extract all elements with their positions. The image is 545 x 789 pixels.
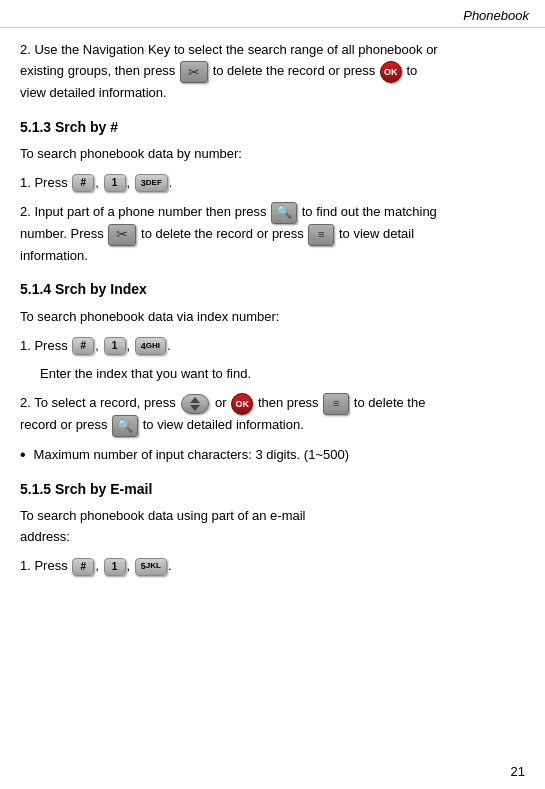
page-header: Phonebook (0, 0, 545, 28)
key-4ghi: 4GHI (135, 337, 166, 355)
section-513-intro: To search phonebook data by number: (20, 144, 525, 165)
section-514-step1: 1. Press #, 1, 4GHI. (20, 336, 525, 357)
section-513-step1: 1. Press #, 1, 3DEF. (20, 173, 525, 194)
hash-key: # (72, 174, 94, 192)
section-514-title: 5.1.4 Srch by Index (20, 278, 525, 300)
delete-key-icon: ✂ (180, 61, 208, 83)
section-514-intro: To search phonebook data via index numbe… (20, 307, 525, 328)
view-key-2: ≡ (323, 393, 349, 415)
bullet-icon: • (20, 445, 26, 466)
view-key-icon: ≡ (308, 224, 334, 246)
bullet-max-chars: • Maximum number of input characters: 3 … (20, 445, 525, 466)
nav-key-up-icon (181, 394, 209, 414)
hash-key-2: # (72, 337, 94, 355)
section-515-intro: To search phonebook data using part of a… (20, 506, 525, 548)
ok-key-2: OK (231, 393, 253, 415)
section-515-step1: 1. Press #, 1, 5JKL. (20, 556, 525, 577)
key-1: 1 (104, 174, 126, 192)
section-514-step1-sub: Enter the index that you want to find. (40, 364, 525, 385)
page-number: 21 (511, 764, 525, 779)
section-513-step2: 2. Input part of a phone number then pre… (20, 202, 525, 267)
key-1-c: 1 (104, 558, 126, 576)
intro-paragraph: 2. Use the Navigation Key to select the … (20, 40, 525, 104)
ok-key-icon: OK (380, 61, 402, 83)
search-key-icon: 🔍 (271, 202, 297, 224)
key-3def: 3DEF (135, 174, 168, 192)
key-5jkl: 5JKL (135, 558, 167, 576)
section-515-title: 5.1.5 Srch by E-mail (20, 478, 525, 500)
search-key-2: 🔍 (112, 415, 138, 437)
hash-key-3: # (72, 558, 94, 576)
section-514-step2: 2. To select a record, press or OK then … (20, 393, 525, 437)
section-513-title: 5.1.3 Srch by # (20, 116, 525, 138)
key-1-b: 1 (104, 337, 126, 355)
delete-key-2: ✂ (108, 224, 136, 246)
